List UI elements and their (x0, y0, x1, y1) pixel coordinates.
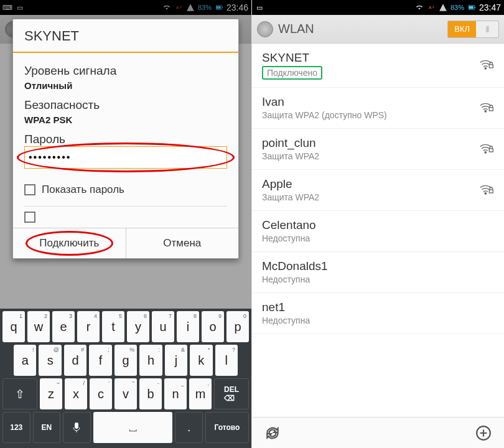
signal-icon: ✕² (427, 3, 436, 12)
refresh-icon[interactable] (264, 425, 281, 441)
key-d[interactable]: #d (64, 345, 86, 376)
wifi-name: SKYNET (262, 51, 479, 65)
svg-rect-3 (75, 422, 78, 429)
key-r[interactable]: 4r (77, 311, 100, 342)
key-i[interactable]: 8i (177, 311, 199, 342)
key-v[interactable]: "v (114, 378, 137, 409)
svg-rect-5 (469, 6, 474, 9)
wifi-status: Подключено (262, 66, 322, 80)
wifi-name: Ivan (262, 95, 479, 109)
wifi-status: Защита WPA2 (262, 192, 319, 202)
toggle-on-label: ВКЛ (448, 21, 476, 37)
key-j[interactable]: &j (165, 345, 187, 376)
svg-rect-10 (489, 107, 493, 110)
svg-rect-12 (489, 148, 493, 151)
wifi-name: Apple (262, 177, 479, 191)
wifi-list: SKYNET Подключено Ivan Защита WPA2 (дост… (252, 44, 504, 334)
wifi-item[interactable]: point_clun Защита WPA2 (252, 129, 504, 170)
battery-percent: 83% (450, 4, 464, 11)
wlan-title: WLAN (278, 22, 314, 36)
wifi-status: Защита WPA2 (262, 151, 319, 161)
show-password-checkbox[interactable] (24, 184, 35, 195)
shift-key[interactable]: ⇧ (2, 378, 37, 409)
wifi-signal-icon (479, 183, 494, 198)
key-u[interactable]: 7u (152, 311, 174, 342)
toggle-off-label: ||| (476, 21, 498, 37)
wlan-toggle[interactable]: ВКЛ ||| (447, 21, 499, 38)
key-e[interactable]: 3e (52, 311, 75, 342)
svg-point-7 (485, 68, 487, 70)
connect-dialog: SKYNET Уровень сигнала Отличный Безопасн… (12, 19, 239, 259)
wifi-signal-icon (479, 58, 494, 73)
key-z[interactable]: ~z (40, 378, 62, 409)
bottom-bar (252, 417, 504, 448)
security-value: WPA2 PSK (24, 114, 227, 125)
svg-point-9 (485, 110, 487, 112)
key-s[interactable]: @s (39, 345, 61, 376)
svg-rect-14 (489, 189, 493, 192)
wifi-item[interactable]: SKYNET Подключено (252, 44, 504, 88)
extra-checkbox[interactable] (24, 212, 35, 223)
connect-button[interactable]: Подключить (13, 228, 126, 258)
key-p[interactable]: 0p (226, 311, 249, 342)
add-icon[interactable] (475, 425, 492, 441)
wifi-status: Недоступна (262, 315, 310, 325)
svg-rect-6 (475, 7, 475, 8)
key-b[interactable]: -b (139, 378, 162, 409)
cancel-button[interactable]: Отмена (126, 228, 239, 258)
delete-key[interactable]: DEL⌫ (214, 378, 249, 409)
key-h[interactable]: :h (139, 345, 162, 376)
clock: 23:47 (479, 2, 501, 12)
keyboard: 1q2w3e4r5t6y7u8i9o0p !a@s#d;f%g:h&j*k?l … (0, 309, 251, 448)
signal-label: Уровень сигнала (24, 64, 227, 78)
key-f[interactable]: ;f (89, 345, 111, 376)
svg-rect-8 (489, 65, 493, 68)
wifi-icon (415, 3, 424, 12)
wifi-item[interactable]: Celentano Недоступна (252, 211, 504, 252)
key-c[interactable]: 'c (90, 378, 112, 409)
signal-value: Отличный (24, 80, 227, 91)
mic-key[interactable] (63, 412, 91, 443)
show-password-label: Показать пароль (42, 184, 124, 196)
lang-key[interactable]: EN (33, 412, 61, 443)
key-k[interactable]: *k (190, 345, 212, 376)
battery-icon (467, 3, 476, 12)
password-label: Пароль (24, 133, 227, 146)
key-a[interactable]: !a (14, 345, 36, 376)
num-key[interactable]: 123 (2, 412, 30, 443)
dialog-title: SKYNET (13, 19, 238, 53)
svg-point-13 (485, 192, 487, 194)
wifi-name: net1 (262, 301, 494, 314)
picture-icon: ▭ (255, 3, 264, 12)
key-y[interactable]: 6y (127, 311, 149, 342)
statusbar: ▭ ✕² 83% 23:47 (252, 0, 504, 15)
key-w[interactable]: 2w (27, 311, 50, 342)
cell-icon (439, 3, 447, 12)
key-l[interactable]: ?l (215, 345, 238, 376)
wifi-item[interactable]: Apple Защита WPA2 (252, 170, 504, 211)
space-key[interactable]: ⎵ (93, 412, 173, 443)
wifi-item[interactable]: McDonalds1 Недоступна (252, 252, 504, 293)
key-m[interactable]: ,m (189, 378, 212, 409)
wifi-name: Celentano (262, 218, 494, 232)
key-g[interactable]: %g (114, 345, 137, 376)
security-label: Безопасность (24, 98, 227, 112)
password-input[interactable] (24, 146, 227, 169)
wifi-status: Недоступна (262, 274, 310, 284)
key-x[interactable]: /x (65, 378, 87, 409)
svg-point-11 (485, 151, 487, 153)
wifi-item[interactable]: net1 Недоступна (252, 293, 504, 334)
dot-key[interactable]: . (175, 412, 203, 443)
key-n[interactable]: _n (164, 378, 187, 409)
gear-icon[interactable] (257, 21, 273, 37)
wifi-name: McDonalds1 (262, 259, 494, 273)
key-t[interactable]: 5t (102, 311, 124, 342)
wifi-item[interactable]: Ivan Защита WPA2 (доступно WPS) (252, 88, 504, 129)
wlan-header: WLAN ВКЛ ||| (252, 15, 504, 44)
key-q[interactable]: 1q (2, 311, 25, 342)
phone-right: ▭ ✕² 83% 23:47 WLAN ВКЛ ||| SKYNET (252, 0, 504, 448)
wifi-name: point_clun (262, 136, 479, 150)
key-o[interactable]: 9o (202, 311, 224, 342)
done-key[interactable]: Готово (205, 412, 249, 443)
wifi-signal-icon (479, 142, 494, 157)
